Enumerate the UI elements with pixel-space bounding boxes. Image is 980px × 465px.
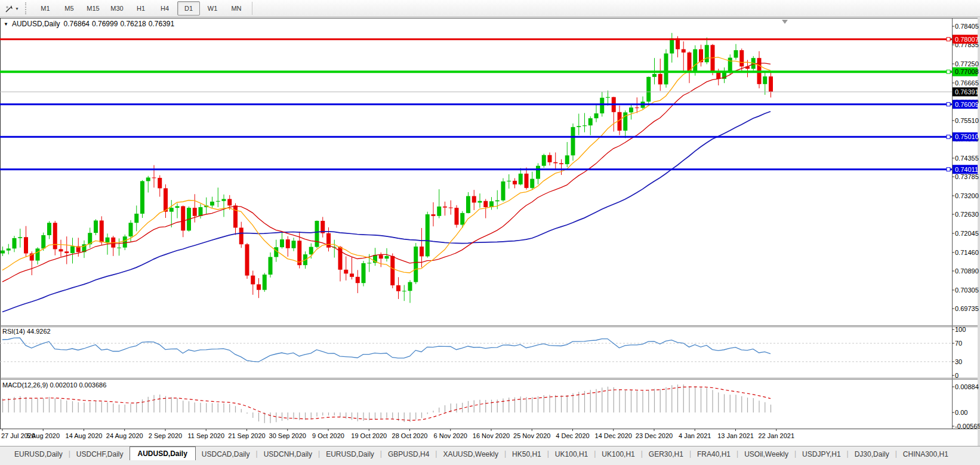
candle-body [734, 50, 738, 58]
timeframe-button-h4[interactable]: H4 [153, 1, 176, 16]
candle-body [443, 207, 447, 208]
chart-tab-fra40-h1[interactable]: FRA40,H1 [691, 448, 736, 460]
chart-tab-uk100-h1[interactable]: UK100,H1 [596, 448, 640, 460]
candle-body [210, 202, 214, 206]
timeframe-button-m30[interactable]: M30 [106, 1, 128, 16]
toolbar-grip[interactable] [25, 2, 30, 14]
date-axis-label: 5 Aug 2020 [26, 432, 60, 439]
candle-body [216, 201, 220, 202]
chart-tab-usdjpy-h1[interactable]: USDJPY,H1 [796, 448, 846, 460]
candle-body [658, 74, 662, 84]
candle-body [100, 220, 104, 242]
hline-handle[interactable] [947, 103, 950, 106]
date-axis-label: 24 Aug 2020 [106, 432, 143, 439]
date-axis-label: 30 Sep 2020 [269, 432, 306, 439]
candle-body [519, 174, 523, 184]
chart-tab-usdchf-daily[interactable]: USDCHF,Daily [70, 448, 130, 460]
date-axis-label: 19 Oct 2020 [351, 432, 387, 439]
chart-menu-icon[interactable]: ▼ [4, 21, 8, 27]
shift-marker-icon [782, 20, 788, 24]
chart-tab-usoil-weekly[interactable]: USOil,Weekly [738, 448, 794, 460]
candle-body [449, 208, 453, 208]
candle-body [158, 178, 162, 188]
date-axis-label: 14 Aug 2020 [66, 432, 103, 439]
price-axis-label: 0.70890 [955, 267, 979, 275]
candle-body [251, 276, 255, 285]
date-axis-label: 28 Oct 2020 [392, 432, 428, 439]
rsi-axis-label: 100 [955, 326, 966, 333]
candle-body [426, 214, 430, 256]
candle-body [577, 126, 581, 127]
candle-body [362, 263, 366, 283]
hline-handle[interactable] [947, 135, 950, 138]
chart-tab-ger30-h1[interactable]: GER30,H1 [643, 448, 689, 460]
candle-body [356, 277, 360, 283]
chart-tab-audusd-daily[interactable]: AUDUSD,Daily [130, 446, 196, 460]
candle-body [117, 248, 121, 248]
date-axis-label: 21 Sep 2020 [228, 432, 265, 439]
chart-window[interactable]: 0.784050.778350.772500.766650.760800.755… [0, 18, 980, 446]
candle-body [460, 213, 464, 225]
candle-body [553, 162, 557, 164]
timeframe-button-mn[interactable]: MN [225, 1, 248, 16]
date-axis-label: 4 Jan 2021 [679, 432, 711, 439]
rsi-axis-label: 0 [955, 372, 959, 379]
candle-body [181, 206, 185, 230]
chart-tabs: EURUSD,Daily|USDCHF,DailyAUDUSD,DailyUSD… [0, 446, 954, 460]
chart-tab-xauusd-weekly[interactable]: XAUUSD,Weekly [437, 448, 504, 460]
hline-price-badge-label: 0.78007 [955, 36, 979, 43]
price-axis-label: 0.75510 [955, 117, 979, 124]
candle-body [594, 113, 599, 118]
candle-body [728, 58, 732, 73]
candle-body [280, 239, 284, 247]
chart-tab-china300-h1[interactable]: CHINA300,H1 [897, 448, 954, 460]
candle-body [134, 214, 138, 223]
candle-body [629, 107, 633, 112]
chart-tab-eurusd-daily[interactable]: EURUSD,Daily [320, 448, 380, 460]
candle-body [18, 237, 22, 238]
timeframe-button-w1[interactable]: W1 [201, 1, 224, 16]
price-axis-label: 0.72045 [955, 230, 979, 237]
candle-body [123, 236, 127, 248]
candle-body [635, 107, 639, 108]
chart-tab-gbpusd-h4[interactable]: GBPUSD,H4 [382, 448, 435, 460]
candle-body [41, 235, 45, 248]
chart-canvas[interactable]: 0.784050.778350.772500.766650.760800.755… [0, 18, 980, 446]
timeframe-button-d1[interactable]: D1 [177, 1, 200, 16]
chart-tab-usdcnh-daily[interactable]: USDCNH,Daily [258, 448, 318, 460]
timeframe-button-m5[interactable]: M5 [58, 1, 81, 16]
candle-body [739, 50, 744, 66]
moving-averages-layer [2, 57, 771, 312]
chart-tab-hk50-h1[interactable]: HK50,H1 [506, 448, 547, 460]
chart-symbol: AUDUSD,Daily [12, 20, 60, 28]
candle-body [36, 248, 40, 260]
chart-tab-usdcad-daily[interactable]: USDCAD,Daily [196, 448, 256, 460]
chart-tab-bar: EURUSD,Daily|USDCHF,DailyAUDUSD,DailyUSD… [0, 446, 980, 465]
timeframe-button-h1[interactable]: H1 [130, 1, 152, 16]
hline-handle[interactable] [947, 168, 950, 171]
ma-fast-line [2, 57, 771, 273]
candle-body [536, 166, 540, 179]
hline-handle[interactable] [947, 70, 950, 73]
chart-tab-eurusd-daily[interactable]: EURUSD,Daily [8, 448, 69, 460]
candle-body [269, 257, 273, 275]
cursor-tool-button[interactable]: ▼ [1, 1, 23, 16]
ma-slow-line [2, 112, 771, 312]
price-axis-label: 0.74355 [955, 155, 979, 162]
date-axis: 27 Jul 20205 Aug 202014 Aug 202024 Aug 2… [1, 429, 794, 439]
candle-body [670, 38, 674, 53]
ohlc-high: 0.76999 [92, 20, 118, 28]
candle-body [693, 49, 697, 72]
candle-body [432, 214, 436, 216]
hline-handle[interactable] [947, 38, 950, 41]
timeframe-button-m1[interactable]: M1 [34, 1, 57, 16]
candle-body [600, 98, 604, 113]
price-axis-label: 0.78405 [955, 23, 979, 30]
chart-tab-dj30-daily[interactable]: DJ30,Daily [849, 448, 895, 460]
chart-tab-uk100-h1[interactable]: UK100,H1 [549, 448, 594, 460]
candle-body [53, 223, 57, 249]
timeframe-button-m15[interactable]: M15 [82, 1, 104, 16]
candle-body [152, 177, 156, 178]
price-axis-label: 0.76665 [955, 79, 979, 87]
candle-body [292, 241, 296, 248]
